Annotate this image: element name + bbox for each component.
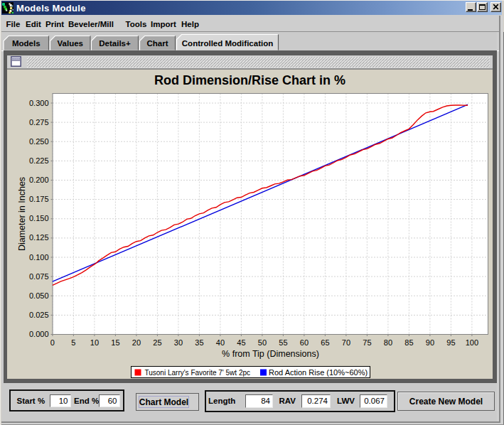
svg-text:85: 85	[404, 338, 413, 347]
svg-text:0.225: 0.225	[29, 156, 49, 165]
svg-text:0.275: 0.275	[29, 118, 49, 127]
svg-text:Tusoni Larry's Favorite 7' 5wt: Tusoni Larry's Favorite 7' 5wt 2pc	[145, 369, 251, 377]
svg-text:0: 0	[50, 338, 55, 347]
svg-text:0.100: 0.100	[29, 253, 49, 262]
svg-text:0.125: 0.125	[29, 233, 49, 242]
svg-text:10: 10	[90, 338, 99, 347]
svg-text:25: 25	[153, 338, 161, 347]
svg-text:100: 100	[466, 338, 478, 347]
svg-text:80: 80	[384, 338, 392, 347]
svg-text:Rod Action Rise (10%~60%): Rod Action Rise (10%~60%)	[269, 368, 368, 377]
svg-text:35: 35	[195, 338, 203, 347]
svg-text:Diameter in Inches: Diameter in Inches	[17, 177, 27, 251]
svg-text:20: 20	[132, 338, 141, 347]
svg-text:30: 30	[174, 338, 183, 347]
svg-text:Rod Dimension/Rise Chart in %: Rod Dimension/Rise Chart in %	[154, 73, 345, 87]
svg-text:90: 90	[426, 338, 434, 347]
svg-text:0.075: 0.075	[29, 272, 49, 281]
svg-text:% from Tip (Dimensions): % from Tip (Dimensions)	[222, 349, 319, 359]
svg-text:40: 40	[216, 338, 225, 347]
svg-text:0.250: 0.250	[29, 137, 49, 146]
svg-text:0.200: 0.200	[29, 176, 49, 184]
svg-text:55: 55	[279, 338, 287, 347]
svg-text:45: 45	[237, 338, 245, 347]
svg-text:75: 75	[363, 338, 371, 347]
svg-text:0.175: 0.175	[29, 195, 49, 203]
svg-text:5: 5	[71, 338, 75, 347]
svg-text:0.150: 0.150	[29, 214, 49, 222]
svg-text:15: 15	[111, 338, 119, 347]
svg-text:70: 70	[342, 338, 350, 347]
svg-text:0.050: 0.050	[29, 291, 49, 300]
svg-text:50: 50	[258, 338, 267, 347]
svg-text:60: 60	[300, 338, 309, 347]
svg-text:0.300: 0.300	[29, 99, 49, 107]
svg-text:65: 65	[321, 338, 329, 347]
svg-text:0.000: 0.000	[29, 330, 49, 338]
svg-text:95: 95	[446, 338, 455, 347]
svg-text:0.025: 0.025	[29, 311, 49, 319]
